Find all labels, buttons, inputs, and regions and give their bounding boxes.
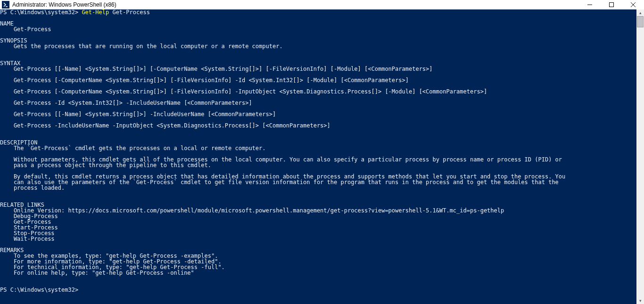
description-line: pass a process object through the pipeli…: [0, 162, 211, 169]
remarks-line: For online help, type: "get-help Get-Pro…: [0, 270, 194, 276]
related-link-line: Online Version: https://docs.microsoft.c…: [0, 207, 504, 214]
console-line: PS C:\Windows\system32> Get-Help Get-Pro…: [0, 9, 636, 15]
console-line: Debug-Process: [0, 213, 636, 219]
syntax-line: Get-Process [[-Name] <System.String[]>] …: [0, 66, 433, 72]
console-line: [0, 128, 636, 134]
window-controls: [579, 0, 644, 9]
console-line: Get-Process [-ComputerName <System.Strin…: [0, 77, 636, 83]
console-line: Get-Process [[-Name] <System.String[]>] …: [0, 111, 636, 117]
svg-rect-3: [610, 3, 614, 7]
console-line: Get-Process [[-Name] <System.String[]>] …: [0, 66, 636, 72]
console-line: Start-Process: [0, 225, 636, 230]
console-line: [0, 242, 636, 247]
console-line: can also use the parameters of the `Get-…: [0, 179, 636, 185]
console-line: Get-Process [-ComputerName <System.Strin…: [0, 89, 636, 94]
syntax-line: Get-Process [[-Name] <System.String[]>] …: [0, 111, 276, 118]
console-line: [0, 49, 636, 55]
console-line: [0, 32, 636, 38]
syntax-line: Get-Process [-ComputerName <System.Strin…: [0, 77, 409, 84]
console-line: NAME: [0, 21, 636, 26]
scroll-down-arrow[interactable]: ▾: [636, 297, 644, 304]
console-line: Online Version: https://docs.microsoft.c…: [0, 208, 636, 213]
description-line: The `Get-Process` cmdlet gets the proces…: [0, 145, 266, 152]
syntax-line: Get-Process -IncludeUserName -InputObjec…: [0, 122, 330, 129]
console-line: process loaded.: [0, 185, 636, 191]
synopsis-value: Gets the processes that are running on t…: [0, 43, 283, 50]
name-value: Get-Process: [0, 26, 51, 33]
console-line: [0, 55, 636, 60]
related-link-line: Wait-Process: [0, 236, 55, 242]
console-output[interactable]: PS C:\Windows\system32> Get-Help Get-Pro…: [0, 9, 636, 304]
scroll-up-arrow[interactable]: ▴: [636, 9, 644, 16]
description-line: can also use the parameters of the `Get-…: [0, 179, 559, 186]
cmd-argument: Get-Process: [109, 9, 150, 16]
description-line: process loaded.: [0, 185, 65, 191]
maximize-button[interactable]: [601, 0, 622, 9]
minimize-button[interactable]: [579, 0, 601, 9]
prompt-prefix: PS C:\Windows\system32>: [0, 287, 82, 293]
console-line: Gets the processes that are running on t…: [0, 43, 636, 49]
console-line: Get-Process: [0, 26, 636, 32]
console-line: Stop-Process: [0, 230, 636, 236]
console-line: Wait-Process: [0, 236, 636, 242]
vertical-scrollbar[interactable]: ▴ ▾: [636, 9, 644, 304]
console-line: PS C:\Windows\system32>: [0, 287, 636, 293]
cmdlet-name: Get-Help: [82, 9, 109, 16]
console-line: pass a process object through the pipeli…: [0, 162, 636, 168]
powershell-icon: [2, 1, 9, 8]
console-line: Get-Process: [0, 219, 636, 225]
console-line: Get-Process -IncludeUserName -InputObjec…: [0, 123, 636, 128]
console-line: [0, 134, 636, 140]
console-line: For online help, type: "get-help Get-Pro…: [0, 270, 636, 276]
console-container: PS C:\Windows\system32> Get-Help Get-Pro…: [0, 9, 644, 304]
syntax-line: Get-Process [-ComputerName <System.Strin…: [0, 88, 487, 95]
console-line: [0, 191, 636, 196]
console-line: [0, 196, 636, 202]
console-line: The `Get-Process` cmdlet gets the proces…: [0, 145, 636, 151]
input-cursor[interactable]: [82, 292, 85, 293]
close-button[interactable]: [622, 0, 644, 9]
scroll-thumb[interactable]: [637, 16, 644, 27]
window-titlebar: Administrator: Windows PowerShell (x86): [0, 0, 644, 9]
console-line: Get-Process -Id <System.Int32[]> -Includ…: [0, 100, 636, 106]
window-title: Administrator: Windows PowerShell (x86): [11, 1, 116, 8]
console-line: [0, 281, 636, 287]
prompt-prefix: PS C:\Windows\system32>: [0, 9, 82, 16]
console-line: [0, 15, 636, 21]
console-line: [0, 276, 636, 281]
syntax-line: Get-Process -Id <System.Int32[]> -Includ…: [0, 100, 252, 106]
